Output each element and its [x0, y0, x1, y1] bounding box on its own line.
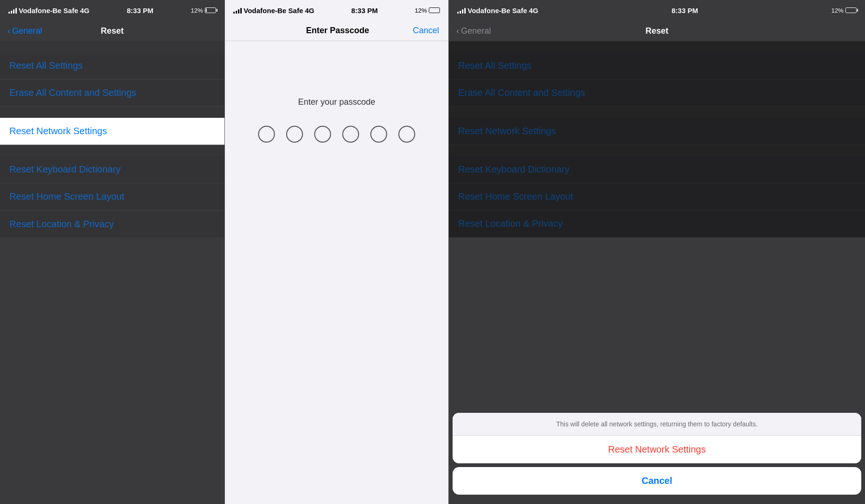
list-item[interactable]: Erase All Content and Settings [0, 79, 224, 107]
signal-icon [8, 7, 17, 14]
action-sheet: This will delete all network settings, r… [449, 413, 865, 504]
left-back-button[interactable]: ‹ General [7, 26, 42, 36]
middle-time: 8:33 PM [351, 7, 378, 14]
left-status-carrier: Vodafone-Be Safe 4G [8, 7, 89, 14]
network-label: 4G [80, 7, 89, 14]
left-nav-bar: ‹ General Reset [0, 21, 224, 41]
item-label: Reset Keyboard Dictionary [458, 164, 569, 175]
list-item[interactable]: Reset Keyboard Dictionary [0, 156, 224, 183]
passcode-dot-5 [370, 126, 387, 143]
right-status-bar: Vodafone-Be Safe 4G 8:33 PM 12% [449, 0, 865, 21]
network-label: 4G [529, 7, 538, 14]
left-nav-title: Reset [101, 26, 123, 36]
item-label: Reset All Settings [9, 60, 83, 71]
item-label: Reset Location & Privacy [458, 218, 562, 229]
item-label: Reset Network Settings [9, 126, 107, 137]
right-panel: Vodafone-Be Safe 4G 8:33 PM 12% ‹ Genera… [449, 0, 865, 504]
action-sheet-card: This will delete all network settings, r… [453, 413, 861, 463]
right-back-button[interactable]: ‹ General [456, 26, 491, 36]
list-item[interactable]: Reset Location & Privacy [449, 210, 865, 238]
middle-battery: 12% [415, 7, 440, 14]
battery-percent: 12% [831, 7, 843, 14]
signal-icon [233, 7, 242, 14]
network-label: 4G [305, 7, 314, 14]
left-time: 8:33 PM [127, 7, 153, 14]
list-item[interactable]: Reset All Settings [0, 52, 224, 79]
cancel-button[interactable]: Cancel [413, 26, 439, 36]
middle-nav-title: Enter Passcode [306, 26, 369, 36]
battery-icon [205, 7, 216, 13]
action-sheet-cancel-button[interactable]: Cancel [453, 467, 861, 495]
middle-status-carrier: Vodafone-Be Safe 4G [233, 7, 314, 14]
battery-icon [429, 7, 440, 13]
item-label: Reset Home Screen Layout [458, 191, 573, 202]
passcode-dot-1 [258, 126, 275, 143]
carrier-label: Vodafone-Be Safe [19, 7, 78, 14]
list-item[interactable]: Reset Home Screen Layout [0, 183, 224, 210]
passcode-dot-6 [398, 126, 415, 143]
passcode-area: Enter your passcode [225, 41, 448, 143]
chevron-left-icon: ‹ [7, 26, 10, 36]
left-status-bar: Vodafone-Be Safe 4G 8:33 PM 12% [0, 0, 224, 21]
item-label: Reset Keyboard Dictionary [9, 164, 121, 175]
item-label: Reset All Settings [458, 60, 532, 71]
passcode-dot-2 [286, 126, 303, 143]
list-item[interactable]: Reset All Settings [449, 52, 865, 79]
item-label: Erase All Content and Settings [458, 87, 585, 98]
right-status-carrier: Vodafone-Be Safe 4G [457, 7, 538, 14]
left-panel: Vodafone-Be Safe 4G 8:33 PM 12% ‹ Genera… [0, 0, 224, 504]
list-item[interactable]: Erase All Content and Settings [449, 79, 865, 107]
list-item[interactable]: Reset Home Screen Layout [449, 183, 865, 210]
middle-status-bar: Vodafone-Be Safe 4G 8:33 PM 12% [225, 0, 448, 21]
passcode-dots [258, 126, 415, 143]
back-label: General [12, 26, 42, 36]
list-item-reset-network[interactable]: Reset Network Settings [0, 118, 224, 145]
list-item-reset-network[interactable]: Reset Network Settings [449, 118, 865, 145]
item-label: Reset Location & Privacy [9, 219, 114, 230]
right-battery: 12% [831, 7, 857, 14]
signal-icon [457, 7, 466, 14]
left-battery: 12% [191, 7, 216, 14]
battery-percent: 12% [415, 7, 427, 14]
item-label: Reset Home Screen Layout [9, 191, 124, 202]
passcode-dot-3 [314, 126, 331, 143]
right-settings-list: Reset All Settings Erase All Content and… [449, 41, 865, 238]
item-label: Erase All Content and Settings [9, 87, 136, 98]
passcode-prompt: Enter your passcode [298, 97, 375, 107]
left-settings-list: Reset All Settings Erase All Content and… [0, 41, 224, 238]
back-label: General [461, 26, 491, 36]
carrier-label: Vodafone-Be Safe [468, 7, 527, 14]
battery-icon [845, 7, 857, 13]
confirm-reset-button[interactable]: Reset Network Settings [453, 436, 861, 463]
action-sheet-message: This will delete all network settings, r… [453, 413, 861, 436]
middle-nav-bar: Enter Passcode Cancel [225, 21, 448, 41]
carrier-label: Vodafone-Be Safe [244, 7, 303, 14]
chevron-left-icon: ‹ [456, 26, 459, 36]
right-nav-bar: ‹ General Reset [449, 21, 865, 41]
right-nav-title: Reset [645, 26, 668, 36]
battery-percent: 12% [191, 7, 203, 14]
list-item[interactable]: Reset Keyboard Dictionary [449, 156, 865, 183]
list-item[interactable]: Reset Location & Privacy [0, 210, 224, 238]
right-time: 8:33 PM [671, 7, 698, 14]
item-label: Reset Network Settings [458, 126, 556, 137]
middle-panel: Vodafone-Be Safe 4G 8:33 PM 12% Enter Pa… [224, 0, 449, 504]
passcode-dot-4 [342, 126, 359, 143]
